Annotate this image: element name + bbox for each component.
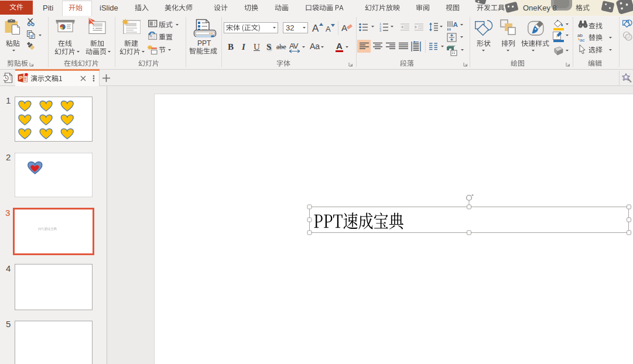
svg-text:ac: ac bbox=[580, 37, 584, 42]
svg-text:A: A bbox=[453, 21, 458, 28]
svg-text:3: 3 bbox=[379, 29, 381, 32]
svg-text:P: P bbox=[19, 74, 23, 81]
